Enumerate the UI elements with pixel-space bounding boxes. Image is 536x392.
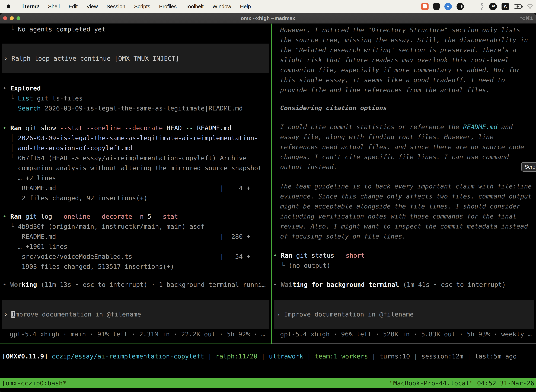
menu-edit[interactable]: Edit <box>64 0 82 13</box>
battery-percent-badge-icon[interactable]: ..61 <box>489 3 497 10</box>
text-line: • Explored <box>3 83 243 93</box>
agents-completed-line: └ No agents completed yet <box>3 24 105 34</box>
explored-block: • Explored └ List git ls-files Search 20… <box>3 83 243 113</box>
text-line: 2 files changed, 92 insertions(+) <box>3 193 262 203</box>
left-agent-pane: └ No agents completed yet › Ralph loop a… <box>0 23 271 344</box>
reasoning-heading: Considering citation options <box>280 103 387 113</box>
text-line: companion analysis without altering the … <box>3 163 262 173</box>
right-model-status-line: gpt-5.4 xhigh · 96% left · 520K in · 5.8… <box>273 329 531 339</box>
reasoning-paragraph-1: However, I noticed the "Directory Struct… <box>280 25 528 95</box>
waiting-status-line: • Waiting for background terminal (1m 41… <box>273 280 506 289</box>
text-line: • Working (11m 13s • esc to interrupt) ·… <box>3 280 266 289</box>
text-line: • Ran git log --oneline --decorate -n 5 … <box>3 211 250 221</box>
text-line: of focusing solely on file lines. <box>280 231 531 241</box>
dots-grid-icon[interactable] <box>469 3 475 10</box>
text-line: └ (no output) <box>273 261 365 271</box>
text-line: gpt-5.4 xhigh · 96% left · 520K in · 5.8… <box>280 329 531 339</box>
battery-icon[interactable] <box>514 5 522 9</box>
prompt-chevron: › <box>277 311 284 318</box>
reasoning-paragraph-3: The team guideline is to back every impo… <box>280 181 531 241</box>
text-line: Considering citation options <box>280 103 387 113</box>
text-line: The team guideline is to back every impo… <box>280 181 531 191</box>
text-line: slight risk that future readers may over… <box>280 55 528 65</box>
window-title: omx --xhigh --madmax <box>0 13 536 23</box>
menu-profiles[interactable]: Profiles <box>155 0 181 13</box>
text-line: • Waiting for background terminal (1m 41… <box>273 280 506 289</box>
menu-shell[interactable]: Shell <box>44 0 64 13</box>
menu-view[interactable]: View <box>82 0 102 13</box>
text-line: │ 2026-03-09-is-legal-the-same-as-legiti… <box>3 133 262 143</box>
menu-bar-status-icons: ..61 A <box>421 3 536 10</box>
text-line: └ No agents completed yet <box>3 24 105 34</box>
text-line: › Ralph loop active continue [OMX_TMUX_I… <box>4 53 179 63</box>
text-line: Search 2026-03-09-is-legal-the-same-as-l… <box>3 103 243 113</box>
text-line: the "Related research writing" section i… <box>280 45 528 55</box>
text-line: … +2 lines <box>3 173 262 183</box>
tmux-session-window-label[interactable]: [omx-cczip0:bash* <box>2 378 67 388</box>
left-prompt-input[interactable]: › Improve documentation in @filename <box>2 300 269 329</box>
working-status-line: • Working (11m 13s • esc to interrupt) ·… <box>3 280 266 289</box>
screen-share-overlay-button[interactable]: Scre <box>521 162 536 172</box>
menu-items: iTerm2 Shell Edit View Session Scripts P… <box>18 0 255 13</box>
terminal-area: └ No agents completed yet › Ralph loop a… <box>0 23 536 392</box>
text-line: this single essay, it seems like a good … <box>280 75 528 85</box>
text-line: • Ran git show --stat --oneline --decora… <box>3 123 262 133</box>
input-source-icon[interactable]: A <box>502 3 509 10</box>
text-line: references need actual files, and since … <box>280 142 524 152</box>
menu-scripts[interactable]: Scripts <box>130 0 155 13</box>
dragon-icon[interactable] <box>480 3 484 10</box>
ralph-loop-banner: › Ralph loop active continue [OMX_TMUX_I… <box>2 44 269 73</box>
text-line: [OMX#0.11.9] cczip/essay/ai-reimplementa… <box>2 351 517 361</box>
input-text: mprove documentation in @filename <box>15 311 141 318</box>
prompt-chevron: › <box>4 311 11 318</box>
git-status-block: • Ran git status --short └ (no output) <box>273 250 365 271</box>
text-line: However, I noticed the "Directory Struct… <box>280 25 528 35</box>
tmux-host-clock-label: "MacBook-Pro-44.local" 04:52 31-Mar-26 <box>389 378 534 388</box>
text-line: review. Also, I might want to inspect th… <box>280 221 531 231</box>
text-line: I could cite commit statistics or refere… <box>280 122 524 132</box>
text-line: 1903 files changed, 513517 insertions(+) <box>3 261 250 271</box>
text-line: │ and-the-erosion-of-copyleft.md <box>3 143 262 153</box>
text-line: companion file, especially if more comme… <box>280 65 528 75</box>
menu-iterm2[interactable]: iTerm2 <box>18 0 44 13</box>
text-line: provide file and line references from th… <box>280 85 528 95</box>
menu-window[interactable]: Window <box>208 0 236 13</box>
right-prompt-input[interactable]: › Improve documentation in @filename <box>274 300 534 329</box>
text-cursor: I <box>11 311 15 318</box>
text-line: README.md | 4 + <box>3 183 262 193</box>
text-line: README.md | 280 + <box>3 232 250 242</box>
left-model-status-line: gpt-5.4 xhigh · main · 91% left · 2.31M … <box>0 329 265 339</box>
text-line: essay file, along with finding root file… <box>280 132 524 142</box>
tmux-horizontal-border-left <box>0 344 272 344</box>
dark-pie-icon[interactable] <box>456 3 464 10</box>
prompt-input-line: › Improve documentation in @filename <box>4 309 141 319</box>
text-line: src/voice/voiceModeEnabled.ts | 54 + <box>3 252 250 261</box>
apple-menu-icon[interactable] <box>6 3 11 10</box>
menu-session[interactable]: Session <box>102 0 130 13</box>
right-agent-pane: However, I noticed the "Directory Struct… <box>273 23 536 344</box>
blue-bolt-badge-icon[interactable] <box>444 3 452 10</box>
git-log-block: • Ran git log --oneline --decorate -n 5 … <box>3 211 250 271</box>
iterm2-window: omx --xhigh --madmax ⌥⌘1 └ No agents com… <box>0 13 536 392</box>
tmux-vertical-pane-divider[interactable] <box>271 23 272 344</box>
tmux-horizontal-border-right <box>273 344 536 344</box>
tmux-status-bar: [omx-cczip0:bash* "MacBook-Pro-44.local"… <box>0 378 536 388</box>
omx-status-line: [OMX#0.11.9] cczip/essay/ai-reimplementa… <box>2 351 517 361</box>
text-line: evidence. Since this change only affects… <box>280 191 531 201</box>
text-line: └ 067f154 (HEAD -> essay/ai-reimplementa… <box>3 153 262 163</box>
grid-shield-icon[interactable] <box>433 3 440 10</box>
input-text: Improve documentation in @filename <box>284 311 414 318</box>
menu-help[interactable]: Help <box>236 0 255 13</box>
window-title-bar: omx --xhigh --madmax ⌥⌘1 <box>0 13 536 23</box>
wifi-icon[interactable] <box>526 4 534 9</box>
menu-toolbelt[interactable]: Toolbelt <box>181 0 208 13</box>
git-show-block: • Ran git show --stat --oneline --decora… <box>3 123 262 203</box>
text-line: └ List git ls-files <box>3 93 243 103</box>
text-line: might be acceptable alongside the file l… <box>280 201 531 211</box>
text-line: • Ran git status --short <box>273 250 365 261</box>
text-line: gpt-5.4 xhigh · main · 91% left · 2.31M … <box>10 329 265 339</box>
text-line: output instead. <box>280 162 524 172</box>
text-line: the source tree, missing the essay. Stil… <box>280 35 528 45</box>
screen-recording-indicator-icon[interactable] <box>421 3 429 10</box>
window-shortcut-badge: ⌥⌘1 <box>519 13 533 23</box>
